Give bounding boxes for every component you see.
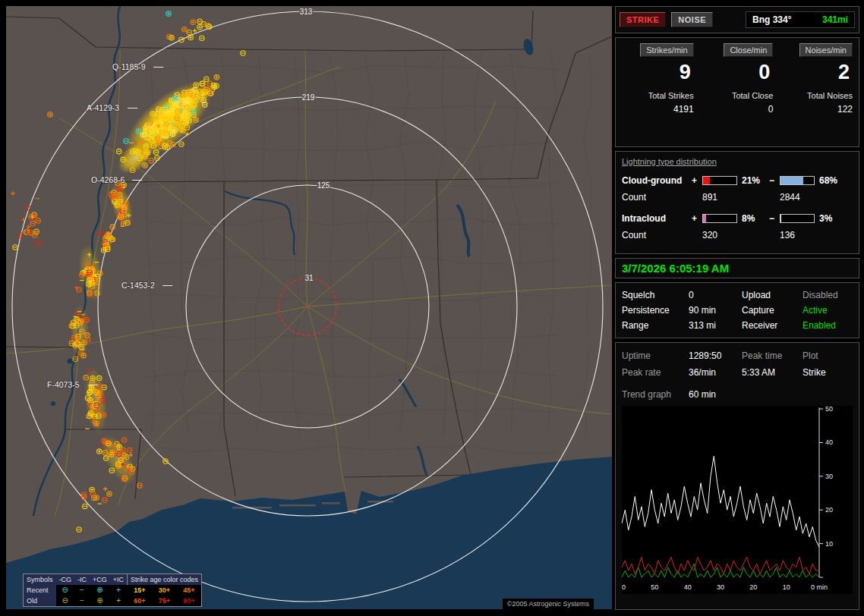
trend-graph-row: Trend graph 60 min xyxy=(622,386,853,403)
counter-value: 2 xyxy=(838,61,850,84)
legend-symbol: + xyxy=(110,585,128,596)
dist-bar xyxy=(780,214,815,223)
svg-text:20: 20 xyxy=(825,506,833,514)
trend-graph: 50403020106050403020100 min xyxy=(622,406,853,594)
counter-noises-min: Noises/min2Total Noises122 xyxy=(780,43,853,141)
legend-symbol: + xyxy=(110,596,128,606)
stat-label: 5:33 AM xyxy=(742,367,803,378)
setting-value: 90 min xyxy=(689,305,742,316)
setting-label: Capture xyxy=(742,305,803,316)
setting-value: 313 mi xyxy=(689,320,742,331)
legend-age-code: 75+ xyxy=(152,596,177,606)
svg-text:10: 10 xyxy=(783,583,790,591)
dist-bar xyxy=(780,176,815,185)
datetime-text: 3/7/2026 6:05:19 AM xyxy=(622,262,729,275)
counter-label-button[interactable]: Noises/min xyxy=(799,43,853,57)
legend-symbol: − xyxy=(74,585,90,596)
count-label: Count xyxy=(622,192,692,203)
legend-row-label: Old xyxy=(24,596,56,606)
counter-total-value: 0 xyxy=(768,104,774,115)
map-legend: Symbols-CG-IC+CG+ICStrike age color code… xyxy=(23,574,202,607)
trend-graph-label: Trend graph xyxy=(622,389,689,400)
counter-label-button[interactable]: Strikes/min xyxy=(640,43,693,57)
stat-label: Peak time xyxy=(742,350,803,361)
distribution-box: Lightning type distribution Cloud-ground… xyxy=(615,151,859,254)
svg-text:20: 20 xyxy=(749,583,757,591)
svg-text:Q-1185-9: Q-1185-9 xyxy=(112,62,146,71)
legend-column-header: -CG xyxy=(56,574,75,585)
svg-text:A-4129-3: A-4129-3 xyxy=(87,103,119,112)
distribution-title: Lightning type distribution xyxy=(622,157,853,166)
legend-symbol: ⊕ xyxy=(90,596,110,606)
stat-value: Plot xyxy=(803,350,853,361)
stat-value: 36/min xyxy=(689,367,742,378)
svg-text:O-4268-6: O-4268-6 xyxy=(91,175,125,184)
svg-text:30: 30 xyxy=(717,583,724,591)
legend-symbol: ⊕ xyxy=(90,585,110,596)
stats-box: Uptime1289:50Peak timePlotPeak rate36/mi… xyxy=(615,342,859,610)
trend-graph-value: 60 min xyxy=(689,389,742,400)
plus-sign: + xyxy=(692,213,702,224)
svg-text:F-4073-5: F-4073-5 xyxy=(47,380,80,389)
svg-text:313: 313 xyxy=(300,8,313,16)
setting-label: Range xyxy=(622,320,689,331)
bearing-display: Bng 334° 341mi xyxy=(746,11,855,28)
counter-total-label: Total Close xyxy=(732,91,773,100)
legend-age-code: 30+ xyxy=(152,585,177,596)
svg-text:125: 125 xyxy=(317,181,330,190)
dist-pos-count: 891 xyxy=(702,192,769,203)
dist-pos-pct: 21% xyxy=(739,175,769,186)
setting-squelch: Squelch0UploadDisabled xyxy=(622,288,853,303)
stat-label: Uptime xyxy=(622,350,689,361)
datetime-box: 3/7/2026 6:05:19 AM xyxy=(615,258,859,278)
dist-row-cloud-ground: Cloud-ground+21%−68% xyxy=(622,172,853,189)
header-box: STRIKE NOISE Bng 334° 341mi xyxy=(615,6,859,33)
stat-value: 1289:50 xyxy=(689,350,742,361)
counter-label-button[interactable]: Close/min xyxy=(724,43,773,57)
settings-box: Squelch0UploadDisabledPersistence90 minC… xyxy=(615,282,859,338)
svg-text:0 min: 0 min xyxy=(811,583,828,591)
dist-neg-count: 2844 xyxy=(780,192,853,203)
stat-peak-rate: Peak rate36/min5:33 AMStrike xyxy=(622,364,853,381)
bearing-value: Bng 334° xyxy=(752,14,791,25)
setting-label: Squelch xyxy=(622,290,689,300)
noise-button[interactable]: NOISE xyxy=(671,12,713,27)
bearing-distance: 341mi xyxy=(822,14,848,25)
legend-column-header: -IC xyxy=(74,574,90,585)
dist-pos-pct: 8% xyxy=(739,213,769,224)
lightning-map[interactable]: 31125219313 Q-1185-9A-4129-3O-4268-6C-14… xyxy=(6,6,612,609)
counter-close-min: Close/min0Total Close0 xyxy=(702,43,774,141)
dist-row-intracloud: Intracloud+8%−3% xyxy=(622,210,853,227)
counter-total-value: 4191 xyxy=(673,104,694,115)
legend-symbol: ⊖ xyxy=(56,585,75,596)
counter-total-value: 122 xyxy=(837,104,853,115)
legend-symbols-title: Symbols xyxy=(24,574,56,585)
setting-value: Active xyxy=(803,305,853,316)
svg-text:10: 10 xyxy=(825,540,833,548)
dist-neg-pct: 3% xyxy=(816,213,853,224)
svg-text:50: 50 xyxy=(825,406,833,413)
svg-text:C-1453-2: C-1453-2 xyxy=(121,281,155,290)
dist-neg-pct: 68% xyxy=(816,175,853,186)
stat-value: Strike xyxy=(803,367,853,378)
dist-pos-count: 320 xyxy=(702,230,769,240)
count-label: Count xyxy=(622,230,692,240)
dist-neg-count: 136 xyxy=(780,230,853,240)
minus-sign: − xyxy=(769,175,780,186)
counter-strikes-min: Strikes/min9Total Strikes4191 xyxy=(622,43,694,141)
stormvue-app: 31125219313 Q-1185-9A-4129-3O-4268-6C-14… xyxy=(0,0,864,616)
strike-button[interactable]: STRIKE xyxy=(620,12,666,27)
dist-bar xyxy=(702,214,737,223)
stat-uptime: Uptime1289:50Peak timePlot xyxy=(622,347,853,364)
control-panel: STRIKE NOISE Bng 334° 341mi Strikes/min9… xyxy=(615,6,859,610)
plus-sign: + xyxy=(692,175,702,186)
legend-age-title: Strike age color codes xyxy=(128,574,202,585)
legend-row-label: Recent xyxy=(24,585,56,596)
map-canvas: 31125219313 Q-1185-9A-4129-3O-4268-6C-14… xyxy=(6,6,612,609)
dist-type-name: Cloud-ground xyxy=(622,175,692,186)
setting-persistence: Persistence90 minCaptureActive xyxy=(622,303,853,318)
counter-total-label: Total Noises xyxy=(807,91,853,100)
stat-label: Peak rate xyxy=(622,367,689,378)
legend-age-code: 60+ xyxy=(128,596,153,606)
svg-text:30: 30 xyxy=(825,473,833,480)
